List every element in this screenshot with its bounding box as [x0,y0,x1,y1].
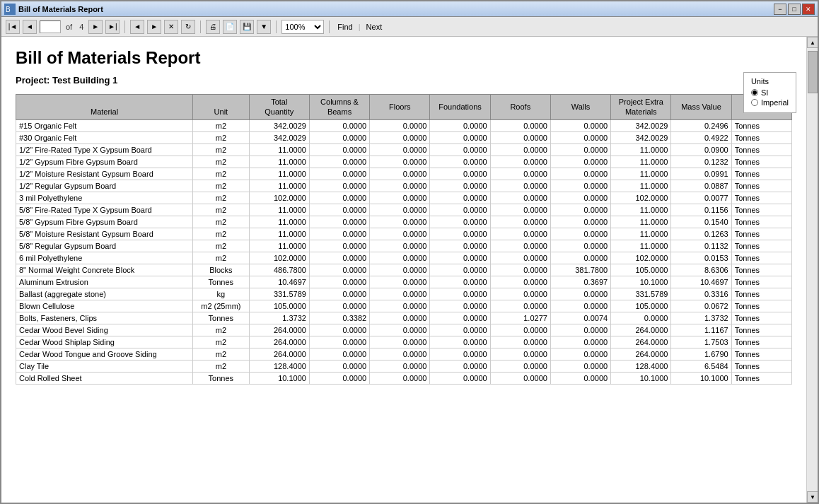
table-cell: 0.0000 [430,336,490,348]
table-cell: 8" Normal Weight Concrete Block [16,264,193,276]
table-cell: 0.0000 [370,180,430,192]
table-cell: kg [193,288,250,300]
table-cell: 0.3316 [671,288,731,300]
table-cell: Tonnes [731,180,791,192]
table-row: Blown Cellulosem2 (25mm)105.00000.00000.… [16,300,792,312]
table-cell: Tonnes [731,276,791,288]
table-cell: 128.4000 [249,360,309,372]
table-cell: 0.0000 [490,240,550,252]
app-icon: B [4,4,16,15]
table-cell: 0.0000 [550,228,610,240]
report-project: Project: Test Building 1 [16,75,792,86]
next-button[interactable]: Next [364,23,385,31]
table-cell: 10.4697 [671,276,731,288]
table-cell: m2 [193,156,250,168]
table-cell: 10.1000 [249,372,309,384]
table-cell: 11.0000 [611,204,671,216]
scroll-thumb[interactable] [808,51,818,93]
table-cell: 5/8" Fire-Rated Type X Gypsum Board [16,204,193,216]
table-cell: 11.0000 [249,180,309,192]
dropdown-button[interactable]: ▼ [257,20,271,34]
table-cell: Tonnes [731,168,791,180]
table-cell: 0.0000 [370,324,430,336]
table-cell: 1.3732 [671,312,731,324]
table-cell: 1.7503 [671,336,731,348]
scroll-track[interactable] [807,48,818,491]
last-page-button[interactable]: ►| [105,20,120,34]
table-cell: 0.0000 [490,228,550,240]
scroll-up-button[interactable]: ▲ [807,37,818,48]
table-cell: Tonnes [731,119,791,131]
table-cell: 105.0000 [611,264,671,276]
scroll-down-button[interactable]: ▼ [807,491,818,503]
forward-button[interactable]: ► [147,20,161,34]
table-cell: 5/8" Moisture Resistant Gypsum Board [16,228,193,240]
table-cell: 0.0000 [550,348,610,360]
table-cell: 0.0000 [430,131,490,143]
table-cell: 0.0000 [550,156,610,168]
table-cell: 0.0000 [309,192,369,204]
page-number-input[interactable]: 1 [40,20,61,33]
table-cell: 0.0000 [309,336,369,348]
table-row: Bolts, Fasteners, ClipsTonnes1.37320.338… [16,312,792,324]
zoom-select[interactable]: 100% 75% 150% [281,20,324,34]
table-cell: 0.0000 [550,192,610,204]
print-button[interactable]: 🖨 [206,20,220,34]
table-cell: Tonnes [193,372,250,384]
print-options-button[interactable]: 📄 [223,20,237,34]
si-option[interactable]: SI [751,88,789,97]
table-cell: 11.0000 [249,204,309,216]
maximize-button[interactable]: □ [788,4,801,15]
next-page-button[interactable]: ► [88,20,103,34]
table-cell: 5/8" Gypsum Fibre Gypsum Board [16,216,193,228]
table-cell: m2 [193,216,250,228]
units-box: Units SI Imperial [743,72,796,113]
table-cell: 0.0000 [370,372,430,384]
table-cell: 0.0000 [309,288,369,300]
refresh-button[interactable]: ↻ [181,20,195,34]
table-cell: 0.0000 [370,336,430,348]
first-page-button[interactable]: |◄ [6,20,20,34]
table-cell: 0.0000 [550,372,610,384]
si-radio[interactable] [751,89,758,96]
table-cell: 0.0000 [309,300,369,312]
table-cell: 0.0672 [671,300,731,312]
table-cell: Tonnes [731,131,791,143]
export-button[interactable]: 💾 [240,20,254,34]
table-row: Aluminum ExtrusionTonnes10.46970.00000.0… [16,276,792,288]
close-button[interactable]: ✕ [802,4,815,15]
table-cell: 0.0000 [490,180,550,192]
col-header-unit: Unit [193,95,250,120]
table-cell: 342.0029 [611,119,671,131]
table-cell: Tonnes [731,216,791,228]
table-cell: Tonnes [731,264,791,276]
table-cell: 381.7800 [550,264,610,276]
table-cell: 264.0000 [611,348,671,360]
find-button[interactable]: Find [335,23,355,31]
minimize-button[interactable]: − [774,4,786,15]
table-cell: 0.0000 [430,288,490,300]
back-button[interactable]: ◄ [130,20,144,34]
table-cell: 0.0887 [671,180,731,192]
imperial-radio[interactable] [751,99,758,106]
table-cell: m2 [193,252,250,264]
table-cell: 0.0000 [490,360,550,372]
imperial-option[interactable]: Imperial [751,98,789,107]
table-cell: 0.0074 [550,312,610,324]
table-cell: 0.0000 [430,240,490,252]
table-cell: 0.0000 [611,312,671,324]
table-cell: 0.0000 [430,312,490,324]
table-cell: 0.0000 [430,143,490,156]
table-cell: 102.0000 [249,192,309,204]
table-cell: m2 [193,143,250,156]
table-cell: 0.0077 [671,192,731,204]
prev-page-button[interactable]: ◄ [23,20,37,34]
table-cell: Aluminum Extrusion [16,276,193,288]
table-row: Cedar Wood Shiplap Sidingm2264.00000.000… [16,336,792,348]
stop-button[interactable]: ✕ [164,20,178,34]
table-cell: 0.0000 [550,300,610,312]
table-cell: Tonnes [731,336,791,348]
col-header-foundations: Foundations [430,95,490,120]
materials-table: Material Unit Total Quantity Columns & B… [16,94,792,385]
table-cell: 128.4000 [611,360,671,372]
